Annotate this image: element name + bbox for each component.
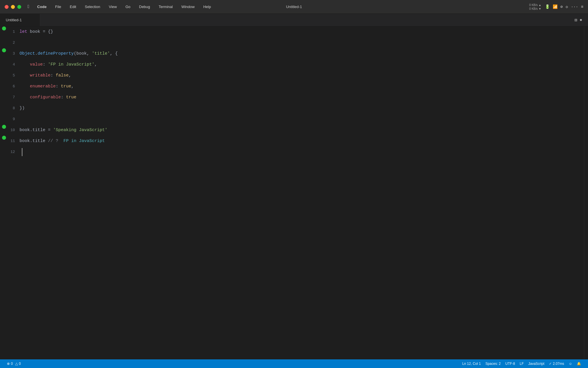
menu-debug[interactable]: Debug [137, 3, 152, 10]
breakpoint-area[interactable] [0, 125, 8, 129]
code-line: Object.defineProperty(book, 'title', { [20, 48, 584, 59]
token-comment: // ? [48, 136, 58, 147]
line-number: 3 [8, 48, 17, 59]
editor-tab-untitled[interactable]: Untitled-1 [0, 14, 40, 26]
errors-item[interactable]: ⊗ 0 △ 0 [5, 359, 23, 368]
breakpoint-dot [2, 26, 6, 30]
error-icon: ⊗ [7, 362, 10, 366]
code-area[interactable]: let book = {}Object.defineProperty(book,… [17, 26, 584, 359]
token-plain: , [71, 81, 74, 92]
encoding-setting[interactable]: UTF-8 [503, 359, 517, 368]
code-line: }) [20, 103, 584, 114]
menu-edit[interactable]: Edit [68, 3, 78, 10]
token-plain: : [43, 59, 48, 70]
token-plain: . [35, 48, 38, 59]
token-plain [20, 59, 30, 70]
line-numbers: 123456789101112 [0, 26, 17, 158]
token-comment-val: FP in JavaScript [63, 136, 105, 147]
line-number: 10 [8, 125, 17, 136]
token-kw: let [20, 26, 27, 37]
token-plain [20, 81, 30, 92]
wifi-icon: 📶 [553, 4, 558, 9]
line-number: 6 [8, 81, 17, 92]
breakpoint-area[interactable] [0, 48, 8, 52]
token-plain: book.title [20, 136, 48, 147]
line-number: 11 [8, 136, 17, 147]
warning-count: 0 [19, 362, 21, 366]
menu-window[interactable]: Window [180, 3, 196, 10]
token-plain: : [51, 70, 56, 81]
line-number: 4 [8, 59, 17, 70]
gutter: 123456789101112 [0, 26, 17, 359]
menu-terminal[interactable]: Terminal [157, 3, 175, 10]
line-number: 8 [8, 103, 17, 114]
language-setting[interactable]: JavaScript [526, 359, 547, 368]
apple-icon[interactable]:  [28, 4, 30, 9]
token-str: 'title' [92, 48, 110, 59]
search-icon[interactable]: ⊘ [560, 4, 563, 9]
token-plain: : [56, 81, 61, 92]
line-number: 2 [8, 37, 17, 48]
code-line: enumerable: true, [20, 81, 584, 92]
menu-help[interactable]: Help [202, 3, 213, 10]
title-bar-left:  Code File Edit Selection View Go Debug… [5, 3, 213, 10]
extensions-icon[interactable]: ◇ [566, 4, 568, 9]
menu-file[interactable]: File [53, 3, 63, 10]
network-up: 0 KB/s ▲ [529, 3, 541, 7]
more-actions-button[interactable]: ● [579, 18, 582, 23]
timing-info[interactable]: ✓ 2.07ms [547, 359, 566, 368]
token-method: defineProperty [38, 48, 74, 59]
line-row: 11 [0, 136, 17, 147]
breakpoint-dot [2, 125, 6, 129]
menu-bar:  Code File Edit Selection View Go Debug… [28, 3, 213, 10]
menu-view[interactable]: View [107, 3, 119, 10]
menu-selection[interactable]: Selection [83, 3, 102, 10]
minimize-button[interactable] [11, 5, 15, 9]
token-prop: enumerable [30, 81, 56, 92]
menu-code[interactable]: Code [36, 3, 49, 10]
breakpoint-area[interactable] [0, 136, 8, 140]
code-line: book.title // ? FP in JavaScript [20, 136, 584, 147]
line-row: 5 [0, 70, 17, 81]
title-bar-right: 0 KB/s ▲ 0 KB/s ▼ 🔋 📶 ⊘ ◇ ··· ≡ [529, 3, 583, 11]
code-line: let book = {} [20, 26, 584, 37]
maximize-button[interactable] [17, 5, 21, 9]
more-icon[interactable]: ··· [571, 5, 578, 9]
line-number: 12 [8, 147, 17, 158]
split-editor-button[interactable]: ⊞ [575, 17, 577, 23]
line-row: 6 [0, 81, 17, 92]
token-str: 'FP in JavaScript' [48, 59, 94, 70]
breakpoint-area[interactable] [0, 26, 8, 30]
token-plain: }) [20, 103, 25, 114]
token-plain [20, 70, 30, 81]
code-line [20, 37, 584, 48]
token-plain: ( [74, 48, 76, 59]
scrollbar[interactable] [584, 26, 588, 359]
token-plain: , [69, 70, 71, 81]
menu-go[interactable]: Go [124, 3, 132, 10]
token-plain: , { [110, 48, 118, 59]
warning-icon: △ [15, 362, 18, 366]
code-line: configurable: true [20, 92, 584, 103]
editor: 123456789101112 let book = {}Object.defi… [0, 26, 588, 359]
spaces-setting[interactable]: Spaces: 2 [483, 359, 503, 368]
line-row: 8 [0, 103, 17, 114]
token-prop: writable [30, 70, 51, 81]
window-title: Untitled-1 [286, 5, 302, 9]
feedback-icon[interactable]: ☺ [566, 359, 575, 368]
line-row: 10 [0, 125, 17, 136]
token-plain [20, 92, 30, 103]
bell-icon[interactable]: 🔔 [575, 359, 583, 368]
line-row: 9 [0, 114, 17, 125]
close-button[interactable] [5, 5, 9, 9]
token-str: 'Speaking JavaScript' [53, 125, 107, 136]
title-bar:  Code File Edit Selection View Go Debug… [0, 0, 588, 14]
list-icon[interactable]: ≡ [581, 5, 583, 9]
cursor-position[interactable]: Ln 12, Col 1 [460, 359, 483, 368]
line-number: 9 [8, 114, 17, 125]
token-prop: configurable [30, 92, 61, 103]
tab-label: Untitled-1 [6, 18, 22, 22]
eol-setting[interactable]: LF [517, 359, 526, 368]
line-row: 7 [0, 92, 17, 103]
token-plain: book = {} [27, 26, 53, 37]
